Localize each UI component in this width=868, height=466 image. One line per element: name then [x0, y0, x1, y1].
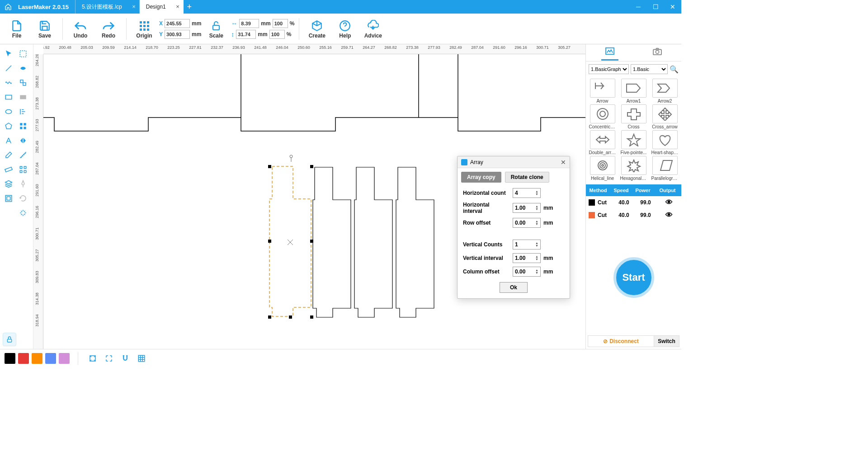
rotate-tool[interactable] [16, 192, 30, 205]
start-button[interactable]: Start [613, 257, 654, 298]
swatch-2[interactable] [32, 353, 42, 364]
close-button[interactable]: ✕ [664, 3, 681, 10]
input-col-off[interactable]: 0.00▲▼ [513, 267, 541, 277]
handle-nw[interactable] [268, 165, 271, 168]
input-v-count[interactable]: 1▲▼ [513, 240, 541, 249]
switch-button[interactable]: Switch [654, 336, 679, 347]
rotate-handle[interactable] [289, 155, 293, 162]
height-input[interactable] [236, 30, 256, 39]
rect-fill-tool[interactable] [16, 90, 30, 104]
swatch-3[interactable] [45, 353, 56, 364]
dialog-titlebar[interactable]: Array ✕ [458, 156, 570, 168]
handle-s[interactable] [289, 315, 292, 319]
tab-1-close-icon[interactable]: × [176, 3, 179, 10]
shape-arrow1[interactable]: Arrow1 [619, 79, 648, 104]
zoom-extents-button[interactable] [103, 352, 115, 365]
shape-five-pointe-[interactable]: Five-pointe... [619, 130, 648, 155]
shape-double-arrow[interactable]: Double_arrow [588, 130, 617, 155]
shape-cross-arrow[interactable]: Cross_arrow [650, 104, 679, 129]
layers-tool[interactable] [2, 177, 15, 191]
pen-tool[interactable] [16, 177, 30, 191]
shape-arrow2[interactable]: Arrow2 [650, 79, 679, 104]
shape-fill-tool[interactable] [16, 61, 30, 75]
tab-1[interactable]: Design1 × [140, 0, 184, 14]
shape-arrow[interactable]: Arrow [588, 79, 617, 104]
help-button[interactable]: Help [332, 16, 358, 42]
tab-camera[interactable] [649, 46, 666, 60]
file-button[interactable]: File [4, 16, 30, 42]
disconnect-status[interactable]: ⊘Disconnect [588, 336, 654, 347]
layer-row-0[interactable]: Cut40.099.0👁 [586, 196, 681, 209]
tab-shapes[interactable] [601, 45, 618, 61]
laser-tool[interactable] [16, 206, 30, 220]
handle-sw[interactable] [268, 315, 271, 319]
dialog-close-icon[interactable]: ✕ [561, 159, 566, 166]
path-tool[interactable] [16, 76, 30, 89]
select-tool[interactable] [2, 47, 15, 61]
layer-row-1[interactable]: Cut40.099.0👁 [586, 209, 681, 221]
tab-rotate-clone[interactable]: Rotate clone [505, 172, 549, 183]
handle-se[interactable] [310, 315, 313, 319]
ok-button[interactable]: Ok [500, 282, 528, 293]
lock-button[interactable] [3, 333, 16, 346]
input-row-off[interactable]: 0.00▲▼ [513, 218, 541, 228]
tab-array-copy[interactable]: Array copy [461, 172, 501, 183]
search-icon[interactable]: 🔍 [670, 65, 679, 74]
mirror-tool[interactable] [16, 134, 30, 147]
swatch-0[interactable] [5, 353, 15, 364]
y-input[interactable] [165, 30, 190, 39]
ruler-tool[interactable] [2, 163, 15, 176]
curve-tool[interactable] [2, 76, 15, 89]
measure-tool[interactable] [16, 148, 30, 162]
array-tool[interactable] [16, 163, 30, 176]
origin-button[interactable]: Origin [131, 16, 157, 42]
width-input[interactable] [239, 19, 259, 28]
maximize-button[interactable]: ☐ [647, 3, 664, 10]
shape-parallelogram[interactable]: Parallelogram [650, 156, 679, 181]
input-h-count[interactable]: 4▲▼ [513, 188, 541, 198]
shape-cross[interactable]: Cross [619, 104, 648, 129]
fit-button[interactable] [86, 352, 99, 365]
swatch-1[interactable] [18, 353, 29, 364]
shape-heart-shaped[interactable]: Heart-shaped [650, 130, 679, 155]
layer-visibility-icon[interactable]: 👁 [656, 198, 681, 207]
tab-0-close-icon[interactable]: × [132, 3, 136, 10]
polygon-tool[interactable] [2, 119, 15, 133]
width-pct-input[interactable] [273, 19, 288, 28]
ellipse-tool[interactable] [2, 105, 15, 118]
save-button[interactable]: Save [32, 16, 58, 42]
snap-button[interactable] [119, 352, 132, 365]
x-input[interactable] [165, 19, 190, 28]
minimize-button[interactable]: ─ [630, 3, 647, 10]
shape-concentric-[interactable]: Concentric_... [588, 104, 617, 129]
eraser-tool[interactable] [2, 148, 15, 162]
new-tab-button[interactable]: + [184, 0, 195, 14]
handle-ne[interactable] [310, 165, 313, 168]
canvas[interactable]: Array ✕ Array copy Rotate clone Horizont… [43, 54, 585, 349]
shape-helical-line[interactable]: Helical_line [588, 156, 617, 181]
input-v-interval[interactable]: 1.00▲▼ [513, 253, 541, 263]
home-icon[interactable] [0, 3, 16, 10]
redo-button[interactable]: Redo [95, 16, 122, 42]
grid-button[interactable] [135, 352, 148, 365]
grid-tool[interactable] [16, 119, 30, 133]
marquee-tool[interactable] [16, 47, 30, 61]
tab-0[interactable]: 5.设计图模板.lcp × [75, 0, 140, 14]
handle-w[interactable] [268, 240, 271, 243]
handle-e[interactable] [310, 240, 313, 243]
create-button[interactable]: Create [304, 16, 330, 42]
text-tool[interactable] [2, 134, 15, 147]
shape-hexagonal-[interactable]: Hexagonal_... [619, 156, 648, 181]
layer-visibility-icon[interactable]: 👁 [656, 211, 681, 219]
input-h-interval[interactable]: 1.00▲▼ [513, 203, 541, 213]
swatch-4[interactable] [59, 353, 70, 364]
shape-category-select[interactable]: 1.BasicGraph [589, 64, 629, 74]
scale-button[interactable]: Scale [203, 16, 229, 42]
advice-button[interactable]: Advice [360, 16, 386, 42]
line-tool[interactable] [2, 61, 15, 75]
crop-tool[interactable] [2, 192, 15, 205]
shape-sub-select[interactable]: 1.Basic [631, 64, 668, 74]
rect-tool[interactable] [2, 90, 15, 104]
undo-button[interactable]: Undo [67, 16, 94, 42]
height-pct-input[interactable] [269, 30, 285, 39]
